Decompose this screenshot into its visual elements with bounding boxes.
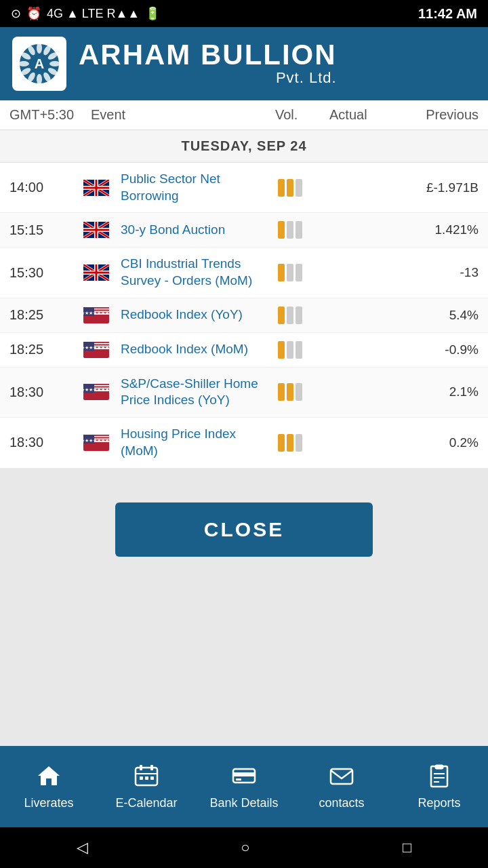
record-icon: ⊙ <box>11 6 21 21</box>
svg-rect-94 <box>331 769 352 784</box>
event-name: Redbook Index (MoM) <box>121 341 272 358</box>
vol-bar <box>287 264 293 281</box>
event-name: CBI Industrial Trends Survey - Orders (M… <box>121 256 272 289</box>
clipboard-icon <box>427 764 451 792</box>
event-flag: ★★★★★★★★★★★★★★★★★★★★★★★★★★★★★★★★★★★★★★★★… <box>83 434 110 452</box>
nav-ecalendar[interactable]: E-Calendar <box>102 764 190 810</box>
vol-bar <box>296 221 302 239</box>
vol-bar <box>278 307 285 324</box>
table-row[interactable]: 15:30 CBI Industrial Trends Survey - Ord… <box>0 248 488 298</box>
vol-bar <box>278 264 285 281</box>
col-vol: Vol. <box>275 107 329 123</box>
nav-contacts[interactable]: contacts <box>298 764 386 810</box>
event-name: Public Sector Net Borrowing <box>121 171 272 204</box>
event-name: S&P/Case-Shiller Home Price Indices (YoY… <box>121 376 272 409</box>
alarm-icon: ⏰ <box>26 6 41 21</box>
event-flag: ★★★★★★★★★★★★★★★★★★★★★★★★★★★★★★★★★★★★★★★★… <box>83 383 110 401</box>
vol-bar <box>296 264 302 281</box>
event-vol <box>278 179 332 197</box>
svg-text:★★★★★★★★★★★★★★★★★★★★★★★★★★★★★★: ★★★★★★★★★★★★★★★★★★★★★★★★★★★★★★★★★★★★★★★★… <box>83 438 109 443</box>
vol-bar <box>278 221 285 239</box>
vol-bar <box>287 221 293 239</box>
event-time: 15:30 <box>9 265 77 281</box>
table-row[interactable]: 18:30 ★★★★★★★★★★★★★★★★★★★★★★★★★★★★★★★★★★… <box>0 368 488 418</box>
app-header: A A ARHAM BULLION Pvt. Ltd. <box>0 27 488 100</box>
nav-reports-label: Reports <box>418 796 460 810</box>
vol-bar <box>296 179 302 197</box>
event-previous: -13 <box>397 265 479 280</box>
svg-point-5 <box>49 61 60 66</box>
nav-contacts-label: contacts <box>319 796 364 810</box>
event-vol <box>278 434 332 452</box>
svg-point-2 <box>37 43 42 54</box>
event-previous: 0.2% <box>397 435 479 450</box>
header-title-group: ARHAM BULLION Pvt. Ltd. <box>79 41 337 87</box>
nav-liverates-label: Liverates <box>24 796 73 810</box>
vol-bar <box>287 307 293 324</box>
event-time: 18:25 <box>9 307 77 323</box>
table-row[interactable]: 18:30 ★★★★★★★★★★★★★★★★★★★★★★★★★★★★★★★★★★… <box>0 418 488 468</box>
events-list: 14:00 Public Sector Net Borrowing£-1.971… <box>0 163 488 469</box>
back-icon[interactable]: ◁ <box>77 839 88 856</box>
nav-bankdetails[interactable]: Bank Details <box>200 764 288 810</box>
recents-icon[interactable]: □ <box>403 839 411 856</box>
close-button[interactable]: CLOSE <box>115 502 373 557</box>
table-row[interactable]: 18:25 ★★★★★★★★★★★★★★★★★★★★★★★★★★★★★★★★★★… <box>0 298 488 333</box>
event-flag <box>83 221 110 239</box>
event-previous: £-1.971B <box>397 180 479 195</box>
svg-point-11 <box>18 61 29 66</box>
battery-icon: 🔋 <box>145 6 160 21</box>
svg-rect-90 <box>150 776 154 780</box>
date-separator: TUESDAY, SEP 24 <box>0 130 488 163</box>
mail-icon <box>329 764 354 792</box>
svg-text:★★★★★★★★★★★★★★★★★★★★★★★★★★★★★★: ★★★★★★★★★★★★★★★★★★★★★★★★★★★★★★★★★★★★★★★★… <box>83 387 109 392</box>
vol-bar <box>287 383 293 401</box>
event-flag: ★★★★★★★★★★★★★★★★★★★★★★★★★★★★★★★★★★★★★★★★… <box>83 307 110 324</box>
svg-text:★★★★★★★★★★★★★★★★★★★★★★★★★★★★★★: ★★★★★★★★★★★★★★★★★★★★★★★★★★★★★★★★★★★★★★★★… <box>83 345 109 350</box>
bottom-nav: Liverates E-Calendar Bank Details <box>0 746 488 827</box>
home-circle-icon[interactable]: ○ <box>241 839 249 856</box>
home-icon <box>37 764 61 792</box>
event-flag: ★★★★★★★★★★★★★★★★★★★★★★★★★★★★★★★★★★★★★★★★… <box>83 341 110 359</box>
vol-bar <box>278 179 285 197</box>
network-icons: 4G ▲ LTE R▲▲ <box>47 7 140 21</box>
vol-bar <box>278 434 285 452</box>
svg-rect-88 <box>140 776 143 780</box>
event-time: 18:30 <box>9 384 77 400</box>
event-previous: 5.4% <box>397 308 479 323</box>
event-name: Housing Price Index (MoM) <box>121 426 272 459</box>
events-table: GMT+5:30 Event Vol. Actual Previous TUES… <box>0 100 488 469</box>
table-row[interactable]: 14:00 Public Sector Net Borrowing£-1.971… <box>0 163 488 213</box>
table-row[interactable]: 18:25 ★★★★★★★★★★★★★★★★★★★★★★★★★★★★★★★★★★… <box>0 333 488 368</box>
svg-text:A: A <box>35 56 44 71</box>
event-flag <box>83 264 110 281</box>
vol-bar <box>296 434 302 452</box>
event-previous: -0.9% <box>397 342 479 357</box>
event-name: Redbook Index (YoY) <box>121 307 272 323</box>
svg-rect-93 <box>236 778 241 781</box>
event-previous: 2.1% <box>397 384 479 399</box>
svg-rect-96 <box>435 765 443 769</box>
svg-point-8 <box>37 74 42 85</box>
nav-ecalendar-label: E-Calendar <box>115 796 177 810</box>
nav-reports[interactable]: Reports <box>395 764 483 810</box>
col-gmt: GMT+5:30 <box>9 107 91 123</box>
svg-marker-83 <box>38 766 60 785</box>
close-button-area: CLOSE <box>0 469 488 747</box>
col-previous: Previous <box>397 107 479 123</box>
app-logo: A A <box>12 37 66 91</box>
vol-bar <box>278 341 285 359</box>
table-row[interactable]: 15:15 30-y Bond Auction1.421% <box>0 213 488 248</box>
nav-liverates[interactable]: Liverates <box>5 764 93 810</box>
status-bar: ⊙ ⏰ 4G ▲ LTE R▲▲ 🔋 11:42 AM <box>0 0 488 27</box>
status-time: 11:42 AM <box>418 6 477 22</box>
svg-rect-89 <box>145 776 148 780</box>
vol-bar <box>287 179 293 197</box>
calendar-icon <box>134 764 159 792</box>
nav-bankdetails-label: Bank Details <box>209 796 278 810</box>
android-nav-bar: ◁ ○ □ <box>0 827 488 868</box>
app-name: ARHAM BULLION <box>79 41 337 69</box>
vol-bar <box>278 383 285 401</box>
svg-rect-86 <box>150 765 153 770</box>
svg-rect-92 <box>233 772 255 776</box>
